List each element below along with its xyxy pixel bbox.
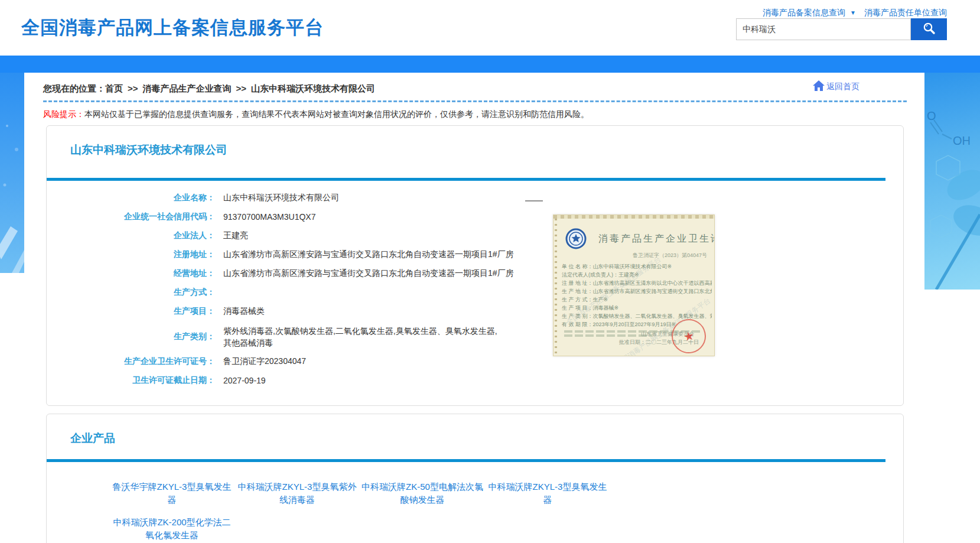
breadcrumb-current: 山东中科瑞沃环境技术有限公司 — [251, 83, 375, 93]
hygiene-license-certificate-image: 全国消毒产品网上备案信息服务平台 全国消毒产品网上备案信息服务平台 消毒产品生产… — [553, 214, 715, 356]
company-products-card: 企业产品 鲁沃华宇牌ZKYL-3型臭氧发生器 中科瑞沃牌ZKYL-3型臭氧紫外线… — [46, 414, 904, 543]
page: 全国消毒产品网上备案信息服务平台 消毒产品备案信息查询▼消毒产品责任单位查询 — [0, 0, 980, 543]
banner-left-decoration — [0, 73, 24, 273]
title-underline — [47, 459, 885, 462]
scan-artifact-dash — [525, 200, 543, 201]
company-info-card: 山东中科瑞沃环境技术有限公司 企业名称： 山东中科瑞沃环境技术有限公司 企业统一… — [46, 125, 904, 406]
risk-notice-text: 本网站仅基于已掌握的信息提供查询服务，查询结果不代表本网站对被查询对象信用状况的… — [84, 109, 589, 119]
company-card-title: 山东中科瑞沃环境技术有限公司 — [70, 142, 227, 158]
certificate-number: 鲁卫消证字（2023）第04047号 — [633, 252, 707, 259]
svg-text:OH: OH — [953, 134, 971, 147]
site-title: 全国消毒产品网上备案信息服务平台 — [21, 15, 324, 40]
field-row-business-address: 经营地址： 山东省潍坊市高新区潍安路与宝通街交叉路口东北角自动变速器一期项目1#… — [47, 264, 903, 283]
breadcrumb: 您现在的位置：首页>>消毒产品生产企业查询>>山东中科瑞沃环境技术有限公司 — [43, 83, 375, 95]
product-link[interactable]: 中科瑞沃牌ZK-200型化学法二氧化氯发生器 — [109, 516, 235, 542]
back-home-label: 返回首页 — [826, 82, 859, 92]
banner-right-decoration: O OH — [924, 73, 980, 290]
field-row-legal-person: 企业法人： 王建亮 — [47, 226, 903, 245]
certificate-emblem-icon — [565, 228, 587, 252]
header-band — [0, 56, 980, 73]
field-row-production-mode: 生产方式： — [47, 283, 903, 302]
certificate-border-pattern — [554, 215, 714, 219]
field-row-company-name: 企业名称： 山东中科瑞沃环境技术有限公司 — [47, 188, 903, 207]
products-card-title: 企业产品 — [70, 431, 115, 446]
nav-link-record-info-query[interactable]: 消毒产品备案信息查询 — [763, 8, 845, 17]
field-row-credit-code: 企业统一社会信用代码： 91370700MA3M3U1QX7 — [47, 207, 903, 226]
product-link[interactable]: 中科瑞沃牌ZKYL-3型臭氧发生器 — [485, 480, 610, 506]
risk-notice-label: 风险提示： — [43, 109, 84, 119]
title-underline — [47, 178, 885, 181]
field-row-hygiene-license-no: 生产企业卫生许可证号： 鲁卫消证字202304047 — [47, 352, 903, 371]
breadcrumb-home[interactable]: 首页 — [105, 83, 123, 93]
caret-down-icon[interactable]: ▼ — [850, 9, 856, 16]
home-icon — [812, 80, 825, 93]
certificate-title: 消毒产品生产企业卫生许可证 — [598, 233, 715, 245]
certificate-perforation — [555, 219, 557, 356]
product-link[interactable]: 中科瑞沃牌ZK-50型电解法次氯酸钠发生器 — [360, 480, 485, 506]
certificate-fineprint — [564, 334, 653, 337]
product-link[interactable]: 中科瑞沃牌ZKYL-3型臭氧紫外线消毒器 — [235, 480, 360, 506]
dashed-divider — [43, 100, 907, 102]
field-row-license-expiry: 卫生许可证截止日期： 2027-09-19 — [47, 371, 903, 390]
nav-link-responsible-unit-query[interactable]: 消毒产品责任单位查询 — [864, 8, 947, 17]
product-link[interactable]: 鲁沃华宇牌ZKYL-3型臭氧发生器 — [109, 480, 235, 506]
top-nav: 消毒产品备案信息查询▼消毒产品责任单位查询 — [763, 8, 947, 18]
field-row-production-category: 生产类别： 紫外线消毒器,次氯酸钠发生器,二氧化氯发生器,臭氧发生器、臭氧水发生… — [47, 321, 903, 352]
search-icon — [922, 21, 936, 37]
search-button[interactable] — [911, 18, 947, 40]
breadcrumb-separator: >> — [236, 83, 247, 93]
product-list: 鲁沃华宇牌ZKYL-3型臭氧发生器 中科瑞沃牌ZKYL-3型臭氧紫外线消毒器 中… — [109, 480, 617, 542]
back-home-link[interactable]: 返回首页 — [811, 80, 859, 93]
content-panel: 您现在的位置：首页>>消毒产品生产企业查询>>山东中科瑞沃环境技术有限公司 返回… — [24, 73, 923, 543]
field-row-production-project: 生产项目： 消毒器械类 — [47, 302, 903, 321]
risk-notice: 风险提示：本网站仅基于已掌握的信息提供查询服务，查询结果不代表本网站对被查询对象… — [43, 109, 589, 120]
search-input[interactable] — [736, 18, 911, 40]
field-row-registered-address: 注册地址： 山东省潍坊市高新区潍安路与宝通街交叉路口东北角自动变速器一期项目1#… — [47, 245, 903, 264]
breadcrumb-enterprise-query[interactable]: 消毒产品生产企业查询 — [143, 83, 232, 93]
company-fields: 企业名称： 山东中科瑞沃环境技术有限公司 企业统一社会信用代码： 9137070… — [47, 188, 903, 390]
search-bar — [736, 18, 947, 40]
breadcrumb-separator: >> — [128, 83, 138, 93]
breadcrumb-prefix: 您现在的位置： — [43, 83, 105, 93]
